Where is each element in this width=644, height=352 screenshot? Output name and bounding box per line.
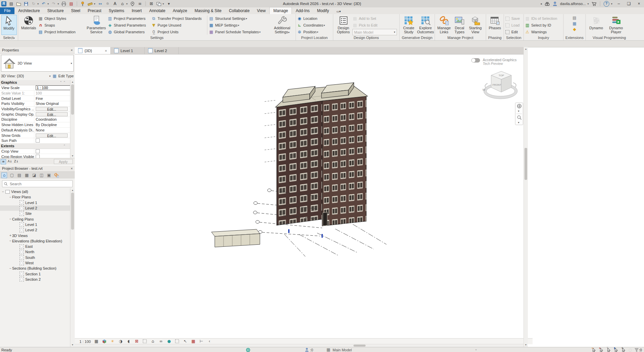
tree-item-east[interactable]: East: [0, 244, 70, 249]
customize-qat-icon[interactable]: ▾: [166, 1, 171, 6]
active-design-option[interactable]: Main Model: [333, 348, 352, 352]
signed-in-user[interactable]: davila.alfonso...: [560, 2, 586, 6]
ribbon-button-dynamo[interactable]: Dynamo: [587, 15, 606, 30]
ribbon-button-manage-links[interactable]: Manage Links: [436, 15, 452, 34]
instance-selector[interactable]: 3D View: {3D}: [1, 74, 49, 78]
tab-precast[interactable]: Precast: [84, 7, 105, 14]
extension-workflow-icon[interactable]: ▦: [572, 21, 577, 26]
search-icon[interactable]: [545, 1, 550, 6]
select-pinned-toggle[interactable]: ⊤: [606, 347, 611, 352]
ribbon-button-project-units[interactable]: 0̲Project Units: [151, 29, 206, 35]
close-view-icon[interactable]: ×: [105, 49, 107, 53]
detail-level-value[interactable]: Fine: [34, 96, 70, 101]
ribbon-button-explore-outcomes[interactable]: Explore Outcomes: [417, 15, 434, 34]
panel-label-select[interactable]: Select ▾: [0, 35, 18, 40]
revit-logo[interactable]: R: [1, 1, 6, 6]
redo-icon[interactable]: ↷: [51, 1, 56, 6]
view-tab-level-2[interactable]: Level 2: [145, 47, 179, 54]
browser-selection-icon[interactable]: ▢: [9, 173, 14, 178]
home-dropdown-icon[interactable]: ▾: [126, 2, 128, 5]
tree-item-sections[interactable]: −Sections (Building Section): [0, 266, 70, 271]
visual-style-icon[interactable]: [102, 339, 107, 344]
tree-item-views-all[interactable]: −Views (all): [0, 189, 70, 194]
tree-item-ceiling-level-2[interactable]: Level 2: [0, 227, 70, 233]
tab-modify[interactable]: Modify: [313, 7, 333, 14]
viewcube-west-label[interactable]: W: [482, 88, 485, 91]
minimize-button[interactable]: –: [615, 1, 622, 6]
browser-links-icon[interactable]: [54, 173, 59, 178]
crop-view-checkbox[interactable]: [36, 149, 40, 153]
ribbon-button-modify[interactable]: Modify: [1, 15, 17, 35]
browser-groups-icon[interactable]: ◫: [39, 173, 44, 178]
tab-manage[interactable]: Manage: [269, 7, 292, 14]
tab-systems[interactable]: Systems: [105, 7, 128, 14]
tab-analyze[interactable]: Analyze: [169, 7, 191, 14]
view-tab-3d[interactable]: {3D} ×: [75, 47, 111, 54]
tree-item-south[interactable]: South: [0, 255, 70, 260]
view-scale-control[interactable]: 1 : 100: [79, 340, 91, 344]
reveal-hidden-elements-icon[interactable]: ●: [167, 339, 172, 344]
close-button[interactable]: ×: [635, 1, 643, 6]
show-hidden-lines-value[interactable]: By Discipline: [34, 123, 70, 127]
ribbon-state-toggle-icon[interactable]: ▭▾: [333, 9, 344, 14]
ribbon-button-load-selection[interactable]: Load: [505, 22, 522, 28]
browser-views-icon[interactable]: ▣: [46, 173, 52, 178]
ribbon-button-add-to-set[interactable]: ▤Add to Set: [352, 15, 397, 22]
type-selector[interactable]: 3D View ▾: [1, 55, 74, 72]
collapse-icon[interactable]: ⌃ ⌃: [60, 80, 70, 85]
lock-3d-view-icon[interactable]: ⌂: [150, 339, 156, 344]
edit-type-button[interactable]: Edit Type: [58, 74, 74, 78]
tree-item-north[interactable]: North: [0, 249, 70, 255]
ribbon-button-project-parameters[interactable]: ▥Project Parameters: [107, 15, 151, 22]
graphic-display-edit-button[interactable]: Edit...: [36, 112, 68, 116]
browser-scrollbar[interactable]: ▲ ▼: [70, 188, 75, 347]
render-icon[interactable]: ◖: [126, 339, 131, 344]
select-links-toggle[interactable]: ∞: [591, 347, 597, 352]
ribbon-button-object-styles[interactable]: ▦Object Styles: [38, 15, 85, 22]
tree-item-floor-plans[interactable]: −Floor Plans: [0, 194, 70, 200]
visibility-graphics-edit-button[interactable]: Edit...: [36, 107, 68, 111]
ribbon-button-snaps[interactable]: ∩Snaps: [38, 22, 85, 28]
restore-button[interactable]: ❏: [625, 1, 633, 6]
viewcube-top-label[interactable]: TOP: [499, 74, 504, 77]
select-by-face-toggle[interactable]: ▮: [614, 347, 619, 352]
crop-region-icon[interactable]: [142, 339, 147, 344]
tree-item-west[interactable]: West: [0, 260, 70, 266]
ribbon-button-additional-settings[interactable]: Additional Settings ▾: [271, 15, 293, 34]
design-option-dropdown-icon[interactable]: ▾: [475, 348, 477, 351]
ribbon-button-location[interactable]: ◉Location: [297, 15, 331, 22]
tree-item-3d-views[interactable]: +3D Views: [0, 233, 70, 238]
sort-descending-icon[interactable]: Z↓: [14, 159, 19, 164]
detail-level-icon[interactable]: ▦: [94, 339, 99, 344]
save-icon[interactable]: [24, 1, 29, 6]
sort-ascending-icon[interactable]: A↓: [7, 159, 12, 164]
tab-add-ins[interactable]: Add-Ins: [292, 7, 313, 14]
sort-default-icon[interactable]: ≡: [1, 159, 6, 164]
ribbon-button-design-options[interactable]: Design Options: [334, 15, 352, 34]
ribbon-button-starting-view[interactable]: Starting View: [467, 15, 484, 34]
user-avatar-icon[interactable]: [552, 1, 557, 6]
ribbon-button-decal-types[interactable]: Decal Types: [452, 15, 467, 34]
sync-icon[interactable]: ↻: [31, 1, 36, 6]
parts-visibility-value[interactable]: Show Original: [34, 102, 70, 106]
viewcube-front-label[interactable]: FRONT: [493, 83, 501, 86]
annex-building[interactable]: [211, 229, 260, 247]
help-dropdown-icon[interactable]: ▾: [611, 2, 612, 5]
aligned-dimension-icon[interactable]: ↔: [98, 1, 103, 6]
show-grids-edit-button[interactable]: Edit...: [36, 133, 68, 138]
text-icon[interactable]: A: [112, 1, 117, 6]
ribbon-button-position[interactable]: ⊕Position ▾: [297, 29, 331, 35]
ribbon-button-coordinates[interactable]: ⊾Coordinates ▾: [297, 22, 331, 28]
tab-massing-site[interactable]: Massing & Site: [191, 7, 225, 14]
tab-steel[interactable]: Steel: [67, 7, 84, 14]
extension-clipboard-icon[interactable]: ▤: [572, 15, 577, 21]
tree-item-elevations[interactable]: −Elevations (Building Elevation): [0, 238, 70, 244]
building-right-facade[interactable]: [322, 96, 366, 226]
ribbon-button-parameters-service[interactable]: Parameters Service: [85, 15, 107, 34]
properties-scrollbar[interactable]: ▲ ▼: [70, 80, 75, 158]
shadows-icon[interactable]: ◑: [118, 339, 123, 344]
chevron-down-icon[interactable]: ▾: [49, 75, 50, 78]
ribbon-button-shared-parameters[interactable]: ◈Shared Parameters: [107, 22, 151, 28]
default-analysis-value[interactable]: None: [34, 128, 70, 132]
sun-path-icon[interactable]: ☀: [110, 339, 115, 344]
